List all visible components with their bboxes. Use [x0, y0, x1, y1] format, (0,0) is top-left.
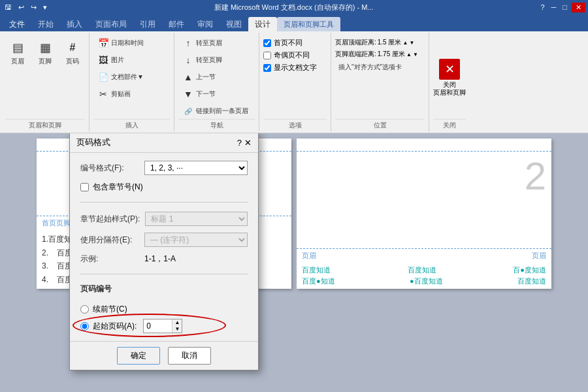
chapter-style-label: 章节起始样式(P): [80, 214, 140, 225]
tab-header-footer-tools[interactable]: 页眉和页脚工具 [277, 17, 340, 31]
redo-btn[interactable]: ↪ [29, 3, 39, 12]
tab-review[interactable]: 审阅 [191, 17, 220, 31]
group-title-header-footer: 页眉和页脚 [5, 119, 85, 130]
header-dist-spinner-down[interactable]: ▼ [409, 40, 414, 46]
include-chapter-checkbox[interactable] [80, 183, 89, 191]
clip-art-label: 剪贴画 [111, 90, 131, 99]
footer-dist-spinner-down[interactable]: ▼ [413, 52, 418, 57]
header-dist-row: 页眉顶端距离: 1.5 厘米 ▲ ▼ [335, 38, 414, 47]
start-value-spinbox[interactable]: ▲ ▼ [143, 319, 182, 333]
tab-mailings[interactable]: 邮件 [162, 17, 191, 31]
diff-first-checkbox[interactable] [263, 39, 271, 47]
start-at-radio[interactable] [80, 322, 89, 331]
goto-header-btn[interactable]: ↑ 转至页眉 [178, 35, 255, 51]
close-label: 关闭页眉和页脚 [433, 81, 466, 97]
clip-art-btn[interactable]: ✂ 剪贴画 [93, 86, 170, 102]
doc-parts-label: 文档部件▼ [111, 73, 144, 82]
insert-align-tab-btn[interactable]: 插入"对齐方式"选项卡 [335, 61, 405, 73]
ribbon-group-nav: ↑ 转至页眉 ↓ 转至页脚 ▲ 上一节 ▼ 下一节 🔗 链接到前一条页眉 [174, 33, 259, 131]
prev-sec-label: 上一节 [196, 73, 216, 82]
dialog-help-btn[interactable]: ? [237, 138, 242, 148]
footer-label: 页脚 [39, 57, 52, 66]
dialog-close-btn[interactable]: ✕ [244, 138, 252, 148]
goto-header-label: 转至页眉 [196, 39, 222, 48]
footer-label-right: 页眉 [302, 252, 316, 259]
close-btn[interactable]: ✕ [572, 3, 585, 12]
ribbon-tabs: 文件 开始 插入 页面布局 引用 邮件 审阅 视图 设计 页眉和页脚工具 [0, 14, 588, 31]
footer-btn[interactable]: ▦ 页脚 [33, 37, 57, 68]
start-value-input[interactable] [144, 319, 172, 333]
start-at-option[interactable]: 起始页码(A): ▲ ▼ [80, 319, 248, 333]
tab-insert[interactable]: 插入 [60, 17, 89, 31]
restore-btn[interactable]: □ [561, 3, 569, 11]
next-section-btn[interactable]: ▼ 下一节 [178, 86, 255, 102]
image-btn[interactable]: 🖼 图片 [93, 52, 170, 68]
first-footer-label: 首页页脚 [42, 219, 71, 227]
page-num-icon: # [63, 39, 82, 57]
chapter-style-select: 标题 1 [145, 212, 248, 226]
footer-text-6: 百度知道 [517, 276, 546, 286]
tab-references[interactable]: 引用 [133, 17, 162, 31]
ribbon: ▤ 页眉 ▦ 页脚 # 页码 页眉和页脚 📅 日期和时间 [0, 31, 588, 133]
link-header-icon: 🔗 [182, 105, 195, 118]
help-btn[interactable]: ? [538, 3, 546, 11]
tab-page-layout[interactable]: 页面布局 [89, 17, 133, 31]
footer-text-4: 百度●知道 [302, 276, 335, 286]
diff-first-page-option[interactable]: 首页不同 [263, 38, 302, 48]
clip-art-icon: ✂ [97, 88, 110, 101]
include-chapter-label[interactable]: 包含章节号(N) [80, 182, 248, 193]
ribbon-group-position: 页眉顶端距离: 1.5 厘米 ▲ ▼ 页脚底端距离: 1.75 厘米 ▲ ▼ 插… [331, 33, 429, 131]
right-page-number: 2 [297, 152, 551, 248]
include-chapter-row: 包含章节号(N) [80, 182, 248, 193]
footer-dist-spinner-up[interactable]: ▲ [406, 52, 412, 57]
num-format-select[interactable]: 1, 2, 3, ··· a, b, c, ··· A, B, C, ··· i… [144, 161, 248, 175]
show-doc-text-option[interactable]: 显示文档文字 [263, 63, 317, 73]
continue-prev-option[interactable]: 续前节(C) [80, 304, 248, 315]
num-format-row: 编号格式(F): 1, 2, 3, ··· a, b, c, ··· A, B,… [80, 161, 248, 175]
tab-file[interactable]: 文件 [3, 17, 31, 31]
diff-odd-even-checkbox[interactable] [263, 52, 271, 59]
example-value: 1-1，1-A [144, 253, 176, 265]
goto-footer-icon: ↓ [182, 54, 195, 67]
ribbon-group-insert: 📅 日期和时间 🖼 图片 📄 文档部件▼ ✂ 剪贴画 插入 [90, 33, 174, 131]
goto-footer-btn[interactable]: ↓ 转至页脚 [178, 52, 255, 68]
dialog-title-bar: 页码格式 ? ✕ [70, 133, 258, 153]
page-num-btn[interactable]: # 页码 [60, 37, 85, 68]
header-dist-spinner-up[interactable]: ▲ [402, 40, 408, 46]
tab-view[interactable]: 视图 [220, 17, 248, 31]
confirm-btn[interactable]: 确定 [117, 347, 160, 365]
tab-design[interactable]: 设计 [248, 17, 277, 31]
include-chapter-text: 包含章节号(N) [93, 182, 143, 193]
date-time-btn[interactable]: 📅 日期和时间 [93, 35, 170, 51]
ribbon-group-close: ✕ 关闭页眉和页脚 关闭 [429, 33, 470, 131]
save-quick-btn[interactable]: 🖫 [3, 3, 14, 11]
customize-btn[interactable]: ▾ [41, 3, 49, 12]
tab-home[interactable]: 开始 [31, 17, 60, 31]
spinbox-down-btn[interactable]: ▼ [172, 326, 182, 333]
link-prev-header-btn[interactable]: 🔗 链接到前一条页眉 [178, 103, 255, 119]
header-btn[interactable]: ▤ 页眉 [5, 37, 30, 68]
continue-prev-radio[interactable] [80, 305, 89, 314]
show-doc-text-checkbox[interactable] [263, 64, 271, 72]
separator-row: 使用分隔符(E): — (连字符) [80, 233, 248, 247]
separator-select: — (连字符) [144, 233, 248, 247]
doc-parts-btn[interactable]: 📄 文档部件▼ [93, 69, 170, 85]
dialog-divider-2 [80, 274, 248, 274]
doc-parts-icon: 📄 [97, 71, 110, 84]
footer-dist-row: 页脚底端距离: 1.75 厘米 ▲ ▼ [335, 50, 418, 59]
diff-odd-even-option[interactable]: 奇偶页不同 [263, 50, 310, 60]
page-numbering-section: 页码编号 [80, 284, 248, 295]
footer-icon: ▦ [36, 39, 54, 57]
goto-header-icon: ↑ [182, 37, 195, 50]
undo-btn[interactable]: ↩ [16, 3, 26, 12]
continue-prev-label: 续前节(C) [93, 304, 127, 315]
right-page-footer-content: 百度知道 百度知道 百●度知道 百度●知道 ●百度知道 百度知道 [297, 263, 551, 289]
header-dist-label: 页眉顶端距离: [335, 38, 376, 47]
minimize-btn[interactable]: ─ [549, 3, 559, 11]
cancel-btn[interactable]: 取消 [168, 347, 211, 365]
spinbox-up-btn[interactable]: ▲ [172, 319, 182, 326]
close-header-footer-btn[interactable]: ✕ 关闭页眉和页脚 [433, 59, 466, 97]
footer-text-3: 百●度知道 [513, 265, 546, 275]
prev-section-btn[interactable]: ▲ 上一节 [178, 69, 255, 85]
document-area: 首页页脚 1.百度知道 2. 百度知道 3. 百度知道 4. 百度知道 2 页眉 [0, 133, 588, 392]
